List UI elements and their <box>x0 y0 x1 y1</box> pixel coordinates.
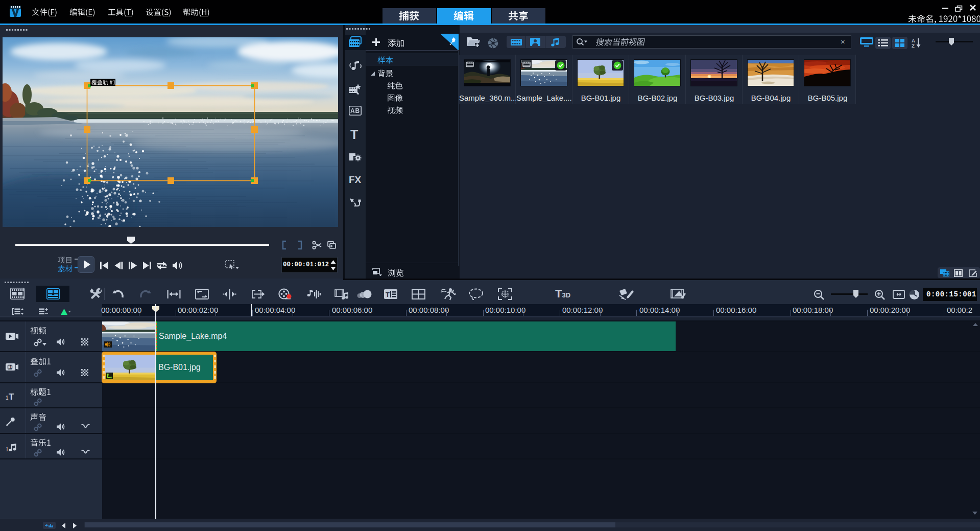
svg-text:B: B <box>355 107 360 114</box>
svg-text:T: T <box>9 392 14 400</box>
svg-text:Z: Z <box>912 43 915 48</box>
svg-text:1: 1 <box>6 447 9 452</box>
svg-text:A: A <box>350 107 355 114</box>
svg-text:T: T <box>386 291 390 298</box>
svg-text:1: 1 <box>9 364 12 370</box>
